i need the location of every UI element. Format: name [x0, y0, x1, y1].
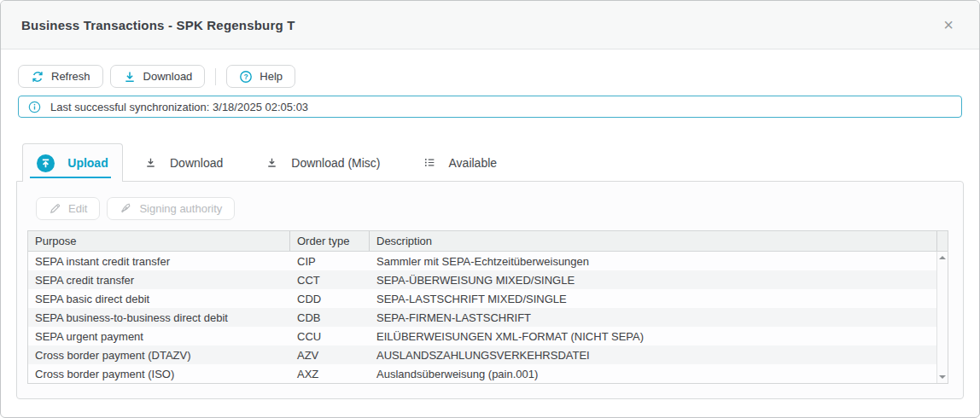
table-row[interactable]: Cross border payment (DTAZV) AZV AUSLAND… [28, 345, 936, 364]
cell-order-type: CDD [290, 289, 370, 308]
table-action-row: Edit Signing authority [36, 197, 963, 220]
tab-available[interactable]: Available [402, 143, 519, 182]
tab-download[interactable]: Download [123, 143, 244, 182]
edit-button-label: Edit [68, 202, 87, 215]
dialog-titlebar: Business Transactions - SPK Regensburg T… [1, 1, 979, 49]
cell-purpose: SEPA instant credit transfer [28, 252, 290, 270]
download-icon [144, 156, 157, 169]
info-icon [28, 101, 41, 113]
download-icon [123, 70, 137, 84]
table-row[interactable]: Cross border payment (ISO) AXZ Auslandsü… [28, 364, 936, 383]
sync-info-bar: Last successful synchronization: 3/18/20… [18, 96, 962, 118]
scroll-down-icon[interactable] [939, 375, 946, 379]
download-button-label: Download [143, 70, 193, 83]
table-row[interactable]: SEPA basic direct debit CDD SEPA-LASTSCH… [28, 289, 936, 308]
help-icon: ? [239, 70, 253, 84]
column-header-purpose[interactable]: Purpose [28, 231, 290, 251]
edit-icon [49, 202, 61, 215]
download-icon [265, 156, 278, 169]
column-header-description[interactable]: Description [370, 231, 936, 251]
cell-purpose: SEPA business-to-business direct debit [28, 308, 290, 327]
cell-order-type: AXZ [290, 364, 370, 383]
tab-download-misc-label: Download (Misc) [291, 156, 380, 170]
table-scrollbar[interactable] [936, 252, 948, 383]
tab-upload-label: Upload [67, 156, 108, 170]
cell-description: SEPA-ÜBERWEISUNG MIXED/SINGLE [370, 270, 936, 289]
cell-description: Sammler mit SEPA-Echtzeitüberweisungen [370, 252, 936, 270]
cell-description: SEPA-FIRMEN-LASTSCHRIFT [370, 308, 936, 327]
table-header: Purpose Order type Description [28, 231, 948, 252]
cell-order-type: AZV [290, 345, 370, 364]
cell-order-type: CDB [290, 308, 370, 327]
signing-authority-button-label: Signing authority [139, 202, 222, 215]
table-body: SEPA instant credit transfer CIP Sammler… [28, 252, 936, 383]
cell-purpose: Cross border payment (ISO) [28, 364, 290, 383]
svg-text:?: ? [244, 73, 248, 81]
upload-tab-panel: Edit Signing authority Purpose [16, 181, 964, 399]
column-header-order-type[interactable]: Order type [290, 231, 370, 251]
cell-order-type: CCT [290, 270, 370, 289]
tab-upload[interactable]: Upload [22, 143, 123, 182]
column-header-spacer [936, 231, 948, 251]
cell-purpose: SEPA credit transfer [28, 270, 290, 289]
tab-download-misc[interactable]: Download (Misc) [244, 143, 401, 182]
signing-authority-button[interactable]: Signing authority [107, 197, 235, 220]
table-row[interactable]: SEPA credit transfer CCT SEPA-ÜBERWEISUN… [28, 270, 936, 289]
upload-circle-icon [37, 154, 55, 172]
tab-strip: Upload Download [16, 143, 964, 182]
tab-container: Upload Download [16, 143, 964, 399]
help-button[interactable]: ? Help [226, 65, 295, 88]
sync-info-text: Last successful synchronization: 3/18/20… [50, 101, 308, 113]
cell-description: AUSLANDSZAHLUNGSVERKEHRSDATEI [370, 345, 936, 364]
active-tab-underline [30, 177, 111, 178]
refresh-button-label: Refresh [51, 70, 90, 83]
cell-description: Auslandsüberweisung (pain.001) [370, 364, 936, 383]
table-row[interactable]: SEPA instant credit transfer CIP Sammler… [28, 252, 936, 270]
cell-description: SEPA-LASTSCHRIFT MIXED/SINGLE [370, 289, 936, 308]
table-row[interactable]: SEPA urgent payment CCU EILÜBERWEISUNGEN… [28, 327, 936, 345]
cell-purpose: Cross border payment (DTAZV) [28, 345, 290, 364]
edit-button[interactable]: Edit [36, 197, 100, 220]
table-row[interactable]: SEPA business-to-business direct debit C… [28, 308, 936, 327]
cell-order-type: CIP [290, 252, 370, 270]
cell-order-type: CCU [290, 327, 370, 345]
dialog-title: Business Transactions - SPK Regensburg T [21, 18, 295, 32]
cell-purpose: SEPA urgent payment [28, 327, 290, 345]
pen-nib-icon [120, 202, 132, 215]
help-button-label: Help [260, 70, 283, 83]
scroll-up-icon[interactable] [939, 256, 946, 259]
cell-purpose: SEPA basic direct debit [28, 289, 290, 308]
toolbar: Refresh Download ? Help [18, 65, 962, 88]
refresh-button[interactable]: Refresh [18, 65, 103, 88]
business-transactions-table: Purpose Order type Description SEPA inst… [27, 230, 948, 384]
tab-download-label: Download [170, 156, 223, 170]
list-icon [423, 156, 436, 169]
cell-description: EILÜBERWEISUNGEN XML-FORMAT (NICHT SEPA) [370, 327, 936, 345]
download-button[interactable]: Download [110, 65, 206, 88]
toolbar-separator [215, 68, 216, 85]
refresh-icon [31, 70, 44, 84]
close-icon[interactable]: × [938, 15, 959, 35]
tab-available-label: Available [449, 156, 498, 170]
business-transactions-dialog: Business Transactions - SPK Regensburg T… [0, 0, 980, 418]
